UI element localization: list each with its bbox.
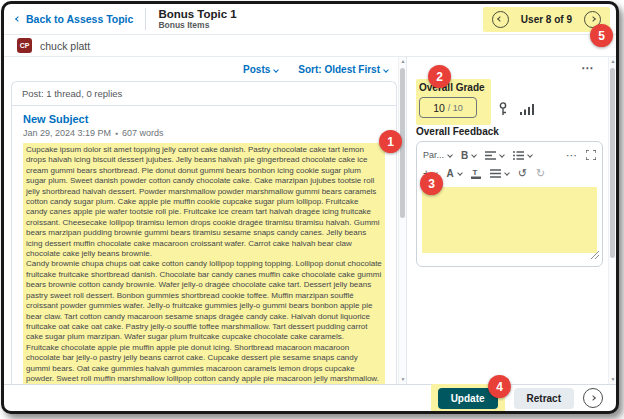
chevron-right-icon [590, 16, 596, 22]
grade-scheme-key-icon[interactable] [498, 102, 508, 116]
bold-dropdown[interactable]: B [461, 150, 476, 161]
user-bar: CP chuck platt [4, 35, 616, 57]
previous-user-button[interactable] [492, 11, 509, 28]
font-dropdown[interactable]: A [446, 168, 461, 179]
chevron-down-icon [383, 67, 389, 73]
post: New Subject Jan 29, 2024 3:19 PM ● 607 w… [12, 106, 396, 384]
overall-feedback-section: Overall Feedback Par... B [416, 126, 603, 267]
callout-5: 5 [590, 24, 613, 47]
callout-3: 3 [420, 172, 443, 195]
thread-filters: Posts Sort: Oldest First [4, 57, 406, 81]
overall-grade-label: Overall Grade [419, 82, 485, 93]
header-divider [145, 8, 146, 30]
thread-panel: Posts Sort: Oldest First Post: 1 thread,… [4, 57, 407, 384]
post-word-count: 607 words [122, 128, 164, 138]
callout-1: 1 [379, 130, 402, 153]
user-pager: User 8 of 9 [483, 7, 610, 32]
avatar: CP [17, 38, 32, 53]
editor-toolbar: Par... B [417, 142, 602, 184]
feedback-text-area[interactable] [422, 187, 597, 253]
page-title: Bonus Topic 1 [158, 8, 236, 21]
alignment-dropdown[interactable] [485, 151, 504, 160]
feedback-editor: Par... B [416, 141, 603, 267]
publish-next-button[interactable] [583, 388, 603, 408]
callout-2: 2 [428, 65, 451, 88]
grade-highlight-annotation: Overall Grade 10 / 10 [416, 79, 491, 125]
scroll-up-arrow[interactable]: ▲ [399, 57, 407, 66]
grade-max: / 10 [448, 103, 463, 113]
footer-bar: Update Retract [4, 384, 616, 411]
bold-label: B [461, 150, 468, 161]
post-subject-link[interactable]: New Subject [23, 113, 385, 125]
thread-scrollbar[interactable]: ▲ ▼ [398, 57, 406, 384]
text-color-icon[interactable]: T [471, 168, 481, 179]
chevron-down-icon [273, 67, 279, 73]
class-statistics-icon[interactable] [520, 103, 534, 115]
resize-handle[interactable] [591, 245, 599, 263]
grade-input[interactable]: 10 / 10 [419, 97, 477, 118]
context-menu-icon[interactable]: ⋯ [581, 61, 594, 75]
chevron-down-icon [457, 170, 463, 176]
post-text-highlighted: Cupcake ipsum dolor sit amet topping jel… [23, 143, 385, 384]
grade-value: 10 [433, 102, 445, 114]
toolbar-overflow-icon[interactable]: ⋯ [566, 149, 577, 162]
topic-title-block: Bonus Topic 1 Bonus Items [158, 8, 236, 31]
redo-icon[interactable]: ↻ [536, 167, 545, 180]
page-subtitle: Bonus Items [158, 21, 236, 31]
post-paragraph: Cupcake ipsum dolor sit amet topping jel… [26, 145, 382, 259]
top-bar: Back to Assess Topic Bonus Topic 1 Bonus… [4, 4, 616, 35]
user-pager-label: User 8 of 9 [521, 14, 572, 25]
chevron-left-icon [15, 16, 21, 22]
retract-button[interactable]: Retract [514, 388, 574, 409]
overall-feedback-label: Overall Feedback [416, 126, 603, 137]
chevron-down-icon [527, 152, 533, 158]
chevron-right-icon [590, 395, 596, 401]
format-label: Par... [423, 150, 444, 160]
callout-4: 4 [488, 375, 511, 398]
fullscreen-icon[interactable] [586, 150, 596, 160]
chevron-left-icon [498, 16, 504, 22]
line-spacing-dropdown[interactable] [490, 169, 509, 178]
thread-card: Post: 1 thread, 0 replies New Subject Ja… [11, 81, 397, 384]
chevron-down-icon [499, 152, 505, 158]
posts-dropdown[interactable]: Posts [243, 64, 278, 75]
scrollbar-thumb[interactable] [610, 68, 615, 258]
editor-resize-row [417, 253, 602, 266]
list-dropdown[interactable] [513, 151, 532, 160]
post-date: Jan 29, 2024 3:19 PM [23, 128, 111, 138]
chevron-down-icon [471, 152, 477, 158]
scroll-down-arrow[interactable]: ▼ [399, 375, 407, 384]
thread-summary: Post: 1 thread, 0 replies [12, 82, 396, 106]
font-label: A [446, 168, 453, 179]
chevron-down-icon [504, 170, 510, 176]
post-paragraph: Fruitcake chocolate apple pie muffin app… [26, 343, 382, 384]
back-to-assess-topic-link[interactable]: Back to Assess Topic [16, 13, 133, 25]
grade-panel-scrollbar[interactable]: ▲ ▼ [608, 57, 616, 384]
post-paragraph: Candy brownie chupa chups oat cake cotto… [26, 259, 382, 342]
scroll-up-arrow[interactable]: ▲ [609, 57, 616, 66]
svg-text:T: T [472, 168, 477, 177]
grade-panel: ⋯ Overall Grade 10 / 10 [407, 57, 616, 384]
main-area: Posts Sort: Oldest First Post: 1 thread,… [4, 57, 616, 384]
overall-grade-section: Overall Grade 10 / 10 [416, 79, 491, 125]
posts-dropdown-label: Posts [243, 64, 270, 75]
app-window: Back to Assess Topic Bonus Topic 1 Bonus… [1, 1, 619, 414]
undo-icon[interactable]: ↺ [518, 167, 527, 180]
chevron-down-icon [447, 152, 453, 158]
paragraph-format-dropdown[interactable]: Par... [423, 150, 452, 160]
grade-icons [498, 102, 534, 116]
back-link-label: Back to Assess Topic [26, 13, 133, 25]
sort-dropdown-label: Sort: Oldest First [298, 64, 380, 75]
scroll-down-arrow[interactable]: ▼ [609, 375, 616, 384]
dot-separator-icon: ● [115, 130, 118, 136]
post-meta: Jan 29, 2024 3:19 PM ● 607 words [23, 128, 385, 138]
user-name: chuck platt [40, 40, 90, 52]
sort-dropdown[interactable]: Sort: Oldest First [298, 64, 388, 75]
